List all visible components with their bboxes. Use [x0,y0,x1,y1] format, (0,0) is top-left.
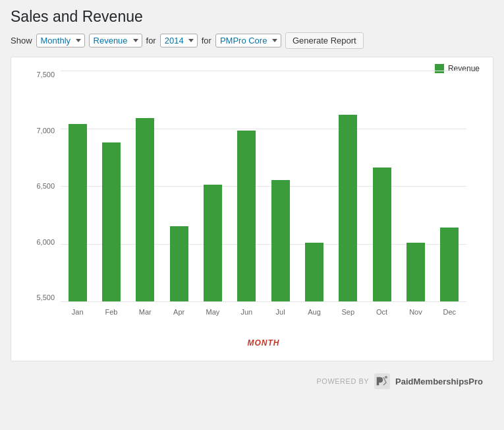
x-axis: JanFebMarAprMayJunJulAugSepOctNovDec [61,308,466,316]
bar-group [162,71,196,301]
show-label: Show [11,36,32,46]
bar-group [365,71,399,301]
controls-row: Show Monthly Weekly Daily Revenue Orders… [11,32,493,49]
y-axis: 7,5007,0006,5006,0005,500 [24,71,57,301]
bar [136,118,154,301]
brand-name: PaidMembershipsPro [395,377,483,386]
x-label: Jan [61,308,94,316]
bar-group [196,71,229,301]
y-label: 7,500 [36,71,57,78]
y-label: 6,000 [36,238,57,246]
bar [170,226,188,301]
x-label: May [196,308,229,316]
for-label-1: for [146,36,156,46]
pmpro-logo-icon [373,372,391,390]
chart-container: Revenue 7,5007,0006,5006,0005,500 JanFeb… [11,57,493,361]
grid-line [61,301,466,302]
year-select[interactable]: 2014 2013 2012 [160,34,198,47]
x-label: Aug [297,308,331,316]
bar [204,185,222,301]
x-axis-title: MONTH [248,338,280,348]
footer: POWERED BY PaidMembershipsPro [11,367,493,397]
bars-area [61,71,466,301]
x-label: Jul [264,308,297,316]
x-label: Dec [433,308,466,316]
bar [102,142,121,302]
powered-by-text: POWERED BY [316,377,369,385]
bar-group [297,71,331,301]
bar [406,243,425,301]
bar [237,131,256,301]
page-wrapper: Sales and Revenue Show Monthly Weekly Da… [0,0,504,402]
bar [339,115,357,302]
bar [305,243,323,301]
bar-group [433,71,466,301]
membership-select[interactable]: PMPro Core All [215,34,281,47]
x-label: Jun [230,308,264,316]
chart-area: 7,5007,0006,5006,0005,500 JanFebMarAprMa… [61,71,466,321]
x-label: Mar [128,308,162,316]
x-label: Apr [162,308,196,316]
bar [271,180,290,301]
bar-group [331,71,365,301]
bar-group [94,71,128,301]
bar [69,124,87,302]
bar-group [61,71,94,301]
x-label: Nov [399,308,432,316]
y-label: 5,500 [36,293,57,301]
bar-group [264,71,297,301]
x-label: Sep [331,308,365,316]
metric-select[interactable]: Revenue Orders [89,34,142,47]
svg-point-1 [385,376,387,379]
bar [440,228,459,301]
period-select[interactable]: Monthly Weekly Daily [36,34,85,47]
for-label-2: for [202,36,211,46]
page-title: Sales and Revenue [11,8,493,26]
x-label: Feb [94,308,128,316]
bar [373,168,391,301]
y-label: 7,000 [36,127,57,135]
bar-group [399,71,432,301]
generate-report-button[interactable]: Generate Report [285,32,364,49]
bar-group [230,71,264,301]
y-label: 6,500 [36,182,57,190]
x-label: Oct [365,308,399,316]
bar-group [128,71,162,301]
